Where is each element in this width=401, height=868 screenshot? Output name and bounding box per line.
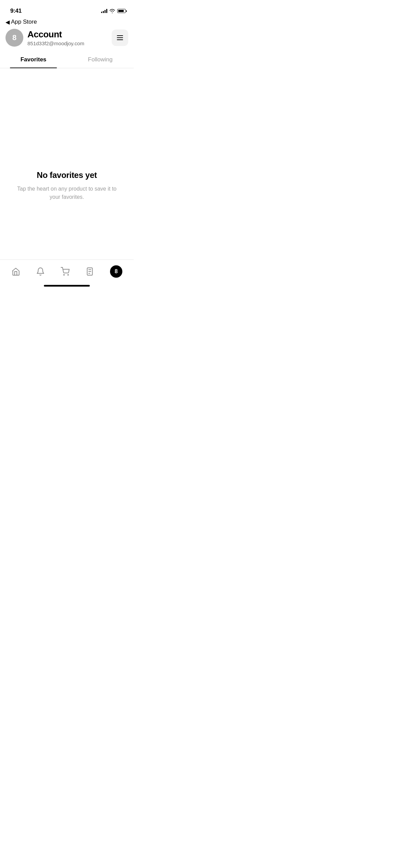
account-email: 851d33f2@moodjoy.com xyxy=(27,40,84,46)
tabs: Favorites Following xyxy=(0,52,134,68)
empty-subtitle: Tap the heart on any product to save it … xyxy=(14,185,120,201)
status-icons xyxy=(101,9,127,13)
menu-line-1 xyxy=(117,35,123,36)
menu-button[interactable] xyxy=(112,29,128,46)
menu-line-2 xyxy=(117,37,123,38)
nav-home[interactable] xyxy=(6,266,26,277)
home-icon xyxy=(11,267,20,276)
avatar: 8 xyxy=(5,29,23,47)
signal-icon xyxy=(101,9,107,13)
back-nav[interactable]: ◀ App Store xyxy=(0,17,134,25)
back-arrow-icon: ◀ xyxy=(5,19,10,25)
account-name: Account xyxy=(27,29,84,40)
status-time: 9:41 xyxy=(10,8,22,14)
nav-account[interactable]: 8 xyxy=(105,264,128,279)
orders-icon xyxy=(85,267,94,276)
account-left: 8 Account 851d33f2@moodjoy.com xyxy=(5,29,84,47)
nav-account-avatar: 8 xyxy=(110,265,122,278)
svg-point-0 xyxy=(64,275,64,275)
nav-cart[interactable] xyxy=(55,266,75,277)
tab-following[interactable]: Following xyxy=(67,52,134,68)
account-header: 8 Account 851d33f2@moodjoy.com xyxy=(0,25,134,52)
empty-title: No favorites yet xyxy=(37,170,97,180)
status-bar: 9:41 xyxy=(0,0,134,17)
app-container: 9:41 ◀ App Store 8 xyxy=(0,0,134,289)
menu-line-3 xyxy=(117,39,123,40)
battery-icon xyxy=(117,9,127,13)
cart-icon xyxy=(61,267,70,276)
bell-icon xyxy=(36,267,45,276)
content-area: No favorites yet Tap the heart on any pr… xyxy=(0,68,134,289)
account-info: Account 851d33f2@moodjoy.com xyxy=(27,29,84,46)
home-indicator xyxy=(44,285,90,287)
wifi-icon xyxy=(109,9,115,13)
empty-state: No favorites yet Tap the heart on any pr… xyxy=(0,68,134,289)
nav-orders[interactable] xyxy=(80,266,100,277)
tab-favorites[interactable]: Favorites xyxy=(0,52,67,68)
back-label: App Store xyxy=(11,19,37,25)
svg-point-1 xyxy=(68,275,69,275)
nav-notifications[interactable] xyxy=(31,266,50,277)
